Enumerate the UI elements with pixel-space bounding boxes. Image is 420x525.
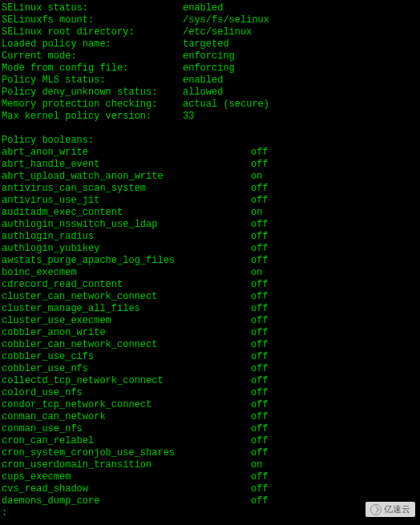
boolean-line: cron_can_relabeloff (2, 435, 418, 447)
boolean-line: daemons_dump_coreoff (2, 495, 418, 507)
boolean-value: off (251, 411, 269, 423)
boolean-name: conman_use_nfs (2, 423, 251, 435)
boolean-name: cobbler_use_cifs (2, 351, 251, 363)
status-label: SELinuxfs mount: (2, 14, 183, 26)
boolean-value: off (251, 387, 269, 399)
boolean-line: boinc_execmemon (2, 267, 418, 279)
boolean-value: on (251, 459, 262, 471)
boolean-line: cdrecord_read_contentoff (2, 279, 418, 291)
status-label: Policy MLS status: (2, 75, 183, 87)
boolean-line: authlogin_nsswitch_use_ldapoff (2, 219, 418, 231)
boolean-name: abrt_upload_watch_anon_write (2, 171, 251, 183)
boolean-value: off (251, 231, 269, 243)
status-label: SELinux status: (2, 2, 183, 14)
boolean-line: auditadm_exec_contenton (2, 207, 418, 219)
status-value: allowed (183, 87, 223, 99)
boolean-line: colord_use_nfsoff (2, 387, 418, 399)
boolean-value: off (251, 435, 269, 447)
boolean-line: antivirus_use_jitoff (2, 195, 418, 207)
status-line: Current mode:enforcing (2, 50, 418, 63)
boolean-name: conman_can_network (2, 411, 251, 423)
boolean-line: abrt_upload_watch_anon_writeon (2, 171, 418, 183)
boolean-line: condor_tcp_network_connectoff (2, 399, 418, 411)
status-value: /etc/selinux (183, 26, 252, 38)
boolean-name: authlogin_yubikey (2, 243, 251, 255)
boolean-name: cdrecord_read_content (2, 279, 251, 291)
boolean-value: off (251, 279, 269, 291)
boolean-value: off (251, 483, 269, 495)
policy-booleans-list: abrt_anon_writeoffabrt_handle_eventoffab… (2, 147, 418, 507)
boolean-name: cron_can_relabel (2, 435, 251, 447)
boolean-line: cobbler_use_cifsoff (2, 351, 418, 363)
status-label: Max kernel policy version: (2, 111, 183, 123)
boolean-value: off (251, 447, 269, 459)
status-line: Policy deny_unknown status:allowed (2, 87, 418, 99)
status-label: Memory protection checking: (2, 99, 183, 111)
status-label: Mode from config file: (2, 63, 183, 75)
boolean-line: cron_userdomain_transitionon (2, 459, 418, 471)
boolean-value: off (251, 495, 269, 507)
boolean-line: authlogin_radiusoff (2, 231, 418, 243)
status-value: actual (secure) (183, 99, 269, 111)
boolean-name: abrt_anon_write (2, 147, 251, 159)
boolean-value: off (251, 255, 269, 267)
status-line: SELinuxfs mount:/sys/fs/selinux (2, 14, 418, 26)
boolean-name: boinc_execmem (2, 267, 251, 279)
status-line: Loaded policy name:targeted (2, 38, 418, 50)
boolean-value: off (251, 315, 269, 327)
status-line: SELinux root directory:/etc/selinux (2, 26, 418, 38)
boolean-name: auditadm_exec_content (2, 207, 251, 219)
boolean-line: cluster_use_execmemoff (2, 315, 418, 327)
boolean-name: cron_system_cronjob_use_shares (2, 447, 251, 459)
status-label: Loaded policy name: (2, 38, 183, 50)
boolean-value: off (251, 423, 269, 435)
boolean-line: abrt_anon_writeoff (2, 147, 418, 159)
boolean-line: antivirus_can_scan_systemoff (2, 183, 418, 195)
boolean-line: cobbler_anon_writeoff (2, 327, 418, 339)
boolean-value: off (251, 183, 269, 195)
boolean-value: off (251, 159, 269, 171)
boolean-line: collectd_tcp_network_connectoff (2, 375, 418, 387)
selinux-status-block: SELinux status:enabledSELinuxfs mount:/s… (2, 2, 418, 123)
boolean-name: colord_use_nfs (2, 387, 251, 399)
policy-booleans-header: Policy booleans: (2, 135, 418, 147)
boolean-line: cluster_manage_all_filesoff (2, 303, 418, 315)
boolean-name: cups_execmem (2, 471, 251, 483)
status-value: 33 (183, 111, 194, 123)
boolean-value: off (251, 339, 269, 351)
boolean-value: off (251, 195, 269, 207)
status-value: enforcing (183, 63, 235, 75)
status-value: enforcing (183, 50, 235, 63)
boolean-line: cron_system_cronjob_use_sharesoff (2, 447, 418, 459)
boolean-value: on (251, 267, 262, 279)
status-value: enabled (183, 2, 223, 14)
boolean-line: cobbler_can_network_connectoff (2, 339, 418, 351)
status-line: Memory protection checking:actual (secur… (2, 99, 418, 111)
boolean-name: daemons_dump_core (2, 495, 251, 507)
boolean-value: off (251, 399, 269, 411)
boolean-name: collectd_tcp_network_connect (2, 375, 251, 387)
boolean-name: antivirus_use_jit (2, 195, 251, 207)
boolean-value: off (251, 363, 269, 375)
boolean-value: on (251, 171, 262, 183)
boolean-value: on (251, 207, 262, 219)
boolean-value: off (251, 375, 269, 387)
boolean-value: off (251, 471, 269, 483)
pager-prompt[interactable]: : (2, 507, 418, 519)
status-value: /sys/fs/selinux (183, 14, 269, 26)
boolean-line: conman_can_networkoff (2, 411, 418, 423)
boolean-name: cluster_manage_all_files (2, 303, 251, 315)
boolean-name: cobbler_use_nfs (2, 363, 251, 375)
status-value: enabled (183, 75, 223, 87)
boolean-name: cobbler_can_network_connect (2, 339, 251, 351)
boolean-value: off (251, 147, 269, 159)
boolean-name: antivirus_can_scan_system (2, 183, 251, 195)
watermark-icon (370, 504, 382, 515)
boolean-name: cluster_use_execmem (2, 315, 251, 327)
status-line: Max kernel policy version:33 (2, 111, 418, 123)
boolean-value: off (251, 327, 269, 339)
boolean-name: cvs_read_shadow (2, 483, 251, 495)
boolean-name: cluster_can_network_connect (2, 291, 251, 303)
status-line: Policy MLS status:enabled (2, 75, 418, 87)
boolean-line: authlogin_yubikeyoff (2, 243, 418, 255)
